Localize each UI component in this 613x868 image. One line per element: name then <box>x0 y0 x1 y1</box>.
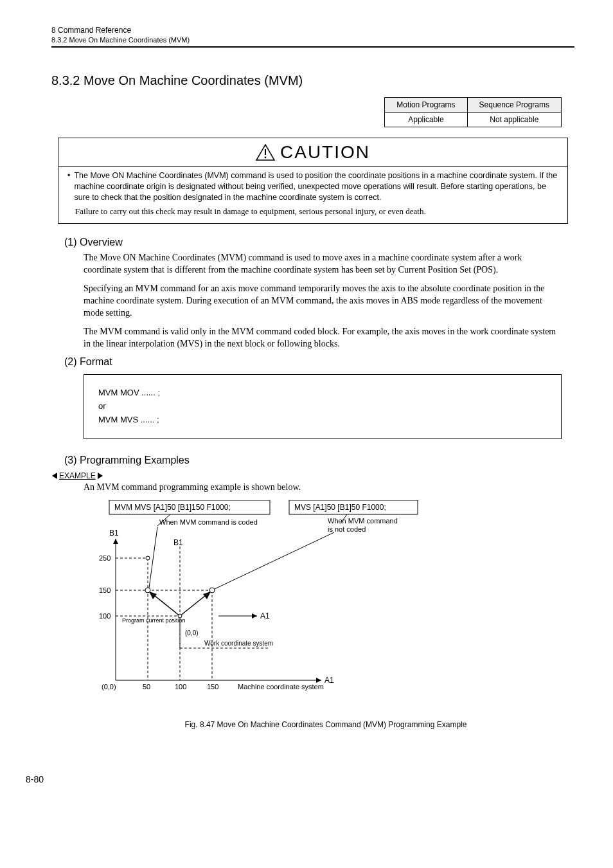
header-chapter: 8 Command Reference <box>51 26 574 35</box>
figure-caption: Fig. 8.47 Move On Machine Coordinates Co… <box>90 720 562 729</box>
section-title: 8.3.2 Move On Machine Coordinates (MVM) <box>51 73 574 88</box>
header-rule <box>51 46 574 48</box>
example-intro: An MVM command programming example is sh… <box>84 482 562 494</box>
applicability-table: Motion Programs Sequence Programs Applic… <box>384 97 562 127</box>
svg-marker-25 <box>149 592 157 599</box>
svg-marker-12 <box>113 539 118 544</box>
svg-marker-29 <box>203 592 211 599</box>
overview-p3: The MVM command is valid only in the MVM… <box>84 326 562 350</box>
applicability-val1: Applicable <box>385 113 467 127</box>
axis-a1-inner: A1 <box>260 611 270 620</box>
example-label-text: EXAMPLE <box>59 471 96 480</box>
triangle-left-icon <box>51 473 58 479</box>
mcs-label: Machine coordinate system <box>238 683 324 691</box>
fig-note-right2: is not coded <box>328 525 366 533</box>
svg-point-32 <box>146 556 150 560</box>
warning-icon <box>256 144 275 161</box>
axis-b1-inner: B1 <box>173 538 183 547</box>
svg-marker-3 <box>52 473 57 479</box>
axis-a1: A1 <box>324 676 334 685</box>
origin-inner: (0,0) <box>185 629 199 637</box>
svg-point-31 <box>178 614 182 618</box>
bullet-icon: • <box>67 170 70 203</box>
svg-line-30 <box>215 532 334 589</box>
format-line2: or <box>98 400 547 413</box>
caution-label: CAUTION <box>280 142 370 163</box>
caution-bullet-text: The Move ON Machine Coordinates (MVM) co… <box>74 170 558 203</box>
wcs-label: Work coordinate system <box>204 640 273 647</box>
origin-outer: (0,0) <box>102 683 116 691</box>
overview-heading: (1) Overview <box>64 237 574 248</box>
tick-100: 100 <box>99 612 111 620</box>
svg-line-28 <box>180 593 209 616</box>
fig-note-left: When MVM command is coded <box>159 518 258 526</box>
applicability-col2: Sequence Programs <box>467 98 561 113</box>
caution-header: CAUTION <box>58 138 567 166</box>
tick-150: 150 <box>99 586 111 594</box>
caution-note: Failure to carry out this check may resu… <box>67 206 558 217</box>
svg-marker-4 <box>98 473 103 479</box>
example-label: EXAMPLE <box>51 471 103 480</box>
applicability-col1: Motion Programs <box>385 98 467 113</box>
figure: MVM MVS [A1]50 [B1]150 F1000; MVS [A1]50… <box>90 500 562 729</box>
format-line3: MVM MVS ...... ; <box>98 413 547 427</box>
axis-b1: B1 <box>109 529 119 538</box>
triangle-right-icon <box>97 473 103 479</box>
svg-line-24 <box>151 593 180 616</box>
format-box: MVM MOV ...... ; or MVM MVS ...... ; <box>84 374 562 439</box>
pcp-label: Program current position <box>122 617 186 624</box>
fig-box-left: MVM MVS [A1]50 [B1]150 F1000; <box>114 503 231 512</box>
applicability-val2: Not applicable <box>467 113 561 127</box>
svg-line-26 <box>149 527 157 588</box>
svg-marker-22 <box>252 613 257 619</box>
tick-50: 50 <box>143 683 150 691</box>
page-number: 8-80 <box>26 774 574 784</box>
svg-point-2 <box>265 157 267 159</box>
tick-250: 250 <box>99 554 111 562</box>
examples-heading: (3) Programming Examples <box>64 455 574 466</box>
caution-box: CAUTION • The Move ON Machine Coordinate… <box>58 138 568 224</box>
overview-p2: Specifying an MVM command for an axis mo… <box>84 283 562 320</box>
fig-note-right1: When MVM command <box>328 517 398 525</box>
tick-x100: 100 <box>175 683 186 691</box>
format-line1: MVM MOV ...... ; <box>98 386 547 400</box>
svg-marker-10 <box>316 678 321 683</box>
tick-x150: 150 <box>207 683 218 691</box>
header-section-ref: 8.3.2 Move On Machine Coordinates (MVM) <box>51 36 574 44</box>
format-heading: (2) Format <box>64 356 574 368</box>
overview-p1: The Move ON Machine Coordinates (MVM) co… <box>84 252 562 276</box>
fig-box-right: MVS [A1]50 [B1]50 F1000; <box>294 503 386 512</box>
